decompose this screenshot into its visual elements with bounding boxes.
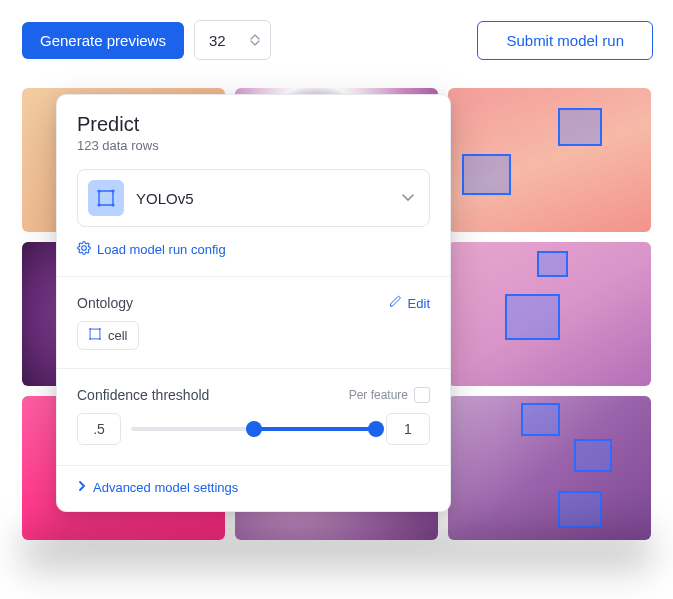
svg-rect-5 [90, 329, 100, 339]
stepper-arrows-icon[interactable] [250, 33, 260, 47]
ontology-chip[interactable]: cell [77, 321, 139, 350]
chevron-down-icon [401, 189, 415, 207]
submit-model-run-button[interactable]: Submit model run [477, 21, 653, 60]
per-feature-checkbox[interactable] [414, 387, 430, 403]
bounding-box-icon [88, 327, 102, 344]
svg-point-6 [89, 328, 91, 330]
svg-point-3 [97, 203, 100, 206]
svg-point-9 [99, 338, 101, 340]
gear-icon [77, 241, 91, 258]
detection-box [521, 403, 560, 436]
detection-box [574, 439, 613, 472]
panel-subtitle: 123 data rows [77, 138, 430, 153]
advanced-settings-label: Advanced model settings [93, 480, 238, 495]
svg-point-4 [111, 203, 114, 206]
svg-point-1 [97, 189, 100, 192]
tile[interactable] [448, 88, 651, 232]
tile[interactable] [448, 396, 651, 540]
svg-point-8 [89, 338, 91, 340]
detection-box [505, 294, 560, 340]
panel-title: Predict [77, 113, 430, 136]
model-name: YOLOv5 [136, 190, 389, 207]
load-model-config-label: Load model run config [97, 242, 226, 257]
ontology-chip-label: cell [108, 328, 128, 343]
confidence-slider[interactable] [131, 427, 376, 431]
detection-box [558, 108, 603, 145]
detection-box [558, 491, 603, 528]
pencil-icon [389, 295, 402, 311]
advanced-settings-link[interactable]: Advanced model settings [77, 480, 430, 495]
per-feature-label: Per feature [349, 388, 408, 402]
load-model-config-link[interactable]: Load model run config [77, 241, 430, 258]
toolbar: Generate previews 32 Submit model run [0, 0, 673, 74]
ontology-label: Ontology [77, 295, 133, 311]
slider-thumb-high[interactable] [368, 421, 384, 437]
bounding-box-icon [88, 180, 124, 216]
generate-previews-button[interactable]: Generate previews [22, 22, 184, 59]
tiles-shadow [22, 530, 651, 570]
confidence-label: Confidence threshold [77, 387, 209, 403]
preview-count-stepper[interactable]: 32 [194, 20, 271, 60]
confidence-low-input[interactable]: .5 [77, 413, 121, 445]
confidence-high-input[interactable]: 1 [386, 413, 430, 445]
svg-rect-0 [99, 191, 113, 205]
detection-box [462, 154, 511, 194]
ontology-edit-link[interactable]: Edit [389, 295, 430, 311]
model-select[interactable]: YOLOv5 [77, 169, 430, 227]
preview-count-value: 32 [209, 32, 226, 49]
svg-point-2 [111, 189, 114, 192]
ontology-edit-label: Edit [408, 296, 430, 311]
detection-box [537, 251, 567, 277]
slider-thumb-low[interactable] [246, 421, 262, 437]
svg-point-7 [99, 328, 101, 330]
tile[interactable] [448, 242, 651, 386]
chevron-right-icon [77, 480, 87, 495]
predict-panel: Predict 123 data rows YOLOv5 Load model … [56, 94, 451, 512]
